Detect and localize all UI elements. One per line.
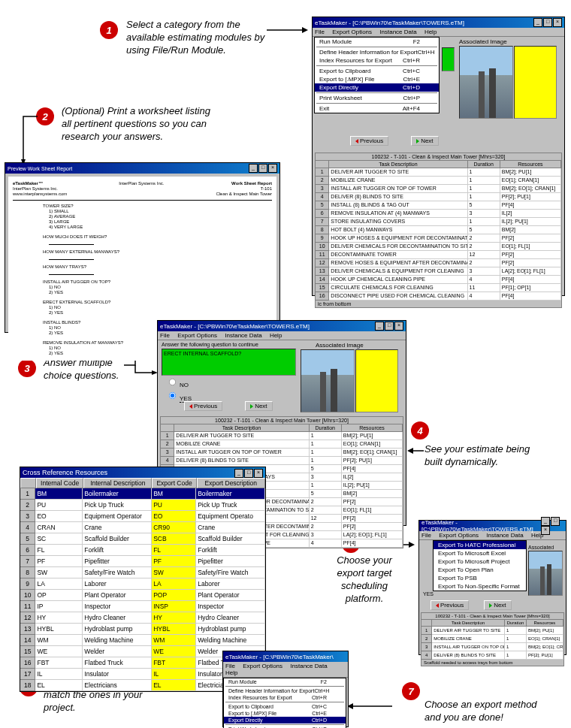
table-row[interactable]: 2MOBILIZE CRANE1EO[1]; CRAN[1] <box>316 177 561 185</box>
table-row[interactable]: 4CRANCraneCR90Crane <box>20 522 265 533</box>
option-no[interactable]: NO <box>164 382 189 388</box>
menu-export[interactable]: Export Options <box>243 663 282 669</box>
table-row[interactable]: 6REMOVE INSULATION AT (4) MANWAYS3IL[2] <box>316 210 561 218</box>
max-icon[interactable]: □ <box>258 164 267 173</box>
menu-export-mpx[interactable]: Export to [.MPX] FileCtrl+E <box>224 710 346 717</box>
menu-instance[interactable]: Instance Data <box>486 532 523 539</box>
table-row[interactable]: 13DELIVER CHEMICALS & EQUIPMENT FOR CLEA… <box>316 267 561 276</box>
menu-export-mpx[interactable]: Export to [.MPX] FileCtrl+E <box>315 75 439 83</box>
table-row[interactable]: 1DELIVER AIR TUGGER TO SITE1BM[2]; PU[1] <box>421 627 563 635</box>
menu-export-directly[interactable]: Export DirectlyCtrl+D <box>224 717 346 723</box>
menu-run-module[interactable]: Run ModuleF2 <box>315 38 439 46</box>
menu-index-resources[interactable]: Index Resources for ExportCtrl+R <box>315 56 439 65</box>
menu-export-directly[interactable]: Export DirectlyCtrl+D <box>315 83 439 92</box>
table-row[interactable]: 1DELIVER AIR TUGGER TO SITE1BM[2]; PU[1] <box>161 432 403 440</box>
close-icon[interactable]: × <box>268 164 277 173</box>
table-row[interactable]: 4DELIVER (8) BLINDS TO SITE1PF[2]; PU[1] <box>421 651 563 660</box>
menu-export[interactable]: Export Options <box>332 29 372 35</box>
max-icon[interactable]: □ <box>385 322 394 331</box>
table-row[interactable]: 16DISCONNECT PIPE USED FOR CHEMICAL CLEA… <box>316 292 561 301</box>
max-icon[interactable]: □ <box>543 18 552 27</box>
menu-instance[interactable]: Instance Data <box>379 29 416 35</box>
menu-instance[interactable]: Instance Data <box>225 332 261 339</box>
table-row[interactable]: 8HOT BOLT (4) MANWAYS5BM[2] <box>316 226 561 234</box>
menu-export[interactable]: Export Options <box>177 332 217 339</box>
close-icon[interactable]: × <box>553 18 562 27</box>
menu-export-clipboard[interactable]: Export to ClipboardCtrl+C <box>224 703 346 710</box>
menu-index-resources[interactable]: Index Resources for ExportCtrl+R <box>224 694 346 701</box>
previous-button[interactable]: Previous <box>184 401 222 411</box>
menu-help[interactable]: Help <box>531 532 543 539</box>
table-row[interactable]: 11IPInspectorINSPInspector <box>20 601 265 612</box>
menu-help[interactable]: Help <box>424 29 437 35</box>
export-psb[interactable]: Export To PSB <box>434 574 526 582</box>
menu-help[interactable]: Help <box>225 669 237 676</box>
table-row[interactable]: 3INSTALL AIR TUGGER ON TOP OF TOWER1BM[2… <box>316 185 561 193</box>
min-icon[interactable]: _ <box>234 469 243 478</box>
next-button[interactable]: Next <box>484 600 511 610</box>
table-row[interactable]: 7STORE INSULATING COVERS1IL[2]; PU[1] <box>316 218 561 226</box>
table-row[interactable]: 3INSTALL AIR TUGGER ON TOP OF TOWER1BM[2… <box>161 449 403 457</box>
table-row[interactable]: 15CIRCULATE CHEMICALS FOR CLEANING11PF[1… <box>316 284 561 292</box>
menu-help[interactable]: Help <box>270 332 282 339</box>
task-grid[interactable]: 100232 - T-101 - Clean & Inspect Main To… <box>421 612 564 666</box>
menu-file[interactable]: File <box>160 332 170 339</box>
table-row[interactable]: 9LALaborerLALaborer <box>20 578 265 590</box>
radio-no[interactable] <box>169 379 176 385</box>
radio-yes[interactable] <box>169 392 176 399</box>
next-button[interactable]: Next <box>411 136 438 146</box>
table-row[interactable]: 4DELIVER (8) BLINDS TO SITE1PF[2]; PU[1] <box>316 193 561 201</box>
next-button[interactable]: Next <box>245 401 272 411</box>
table-row[interactable]: 11DECONTAMINATE TOWER12PF[2] <box>316 251 561 259</box>
table-row[interactable]: 12HYHydro CleanerHYHydro Cleaner <box>20 612 265 624</box>
export-hatc[interactable]: Export To HATC Professional <box>434 541 526 549</box>
table-row[interactable]: 9HOOK UP HOSES & EQUIPMENT FOR DECONTAMI… <box>316 234 561 243</box>
previous-button[interactable]: Previous <box>431 600 469 610</box>
table-row[interactable]: 4DELIVER (8) BLINDS TO SITE1PF[2]; PU[1] <box>161 457 403 465</box>
menu-exit[interactable]: ExitAlt+F4 <box>315 104 439 113</box>
export-openplan[interactable]: Export To Open Plan <box>434 566 526 574</box>
table-row[interactable]: 2MOBILIZE CRANE1EO[1]; CRAN[1] <box>421 635 563 643</box>
table-row[interactable]: 5INSTALL (8) BLINDS & TAG OUT5PF[4] <box>316 201 561 210</box>
previous-button[interactable]: Previous <box>350 136 388 146</box>
min-icon[interactable]: _ <box>533 18 542 27</box>
menu-export[interactable]: Export Options <box>439 532 479 539</box>
menu-instance[interactable]: Instance Data <box>290 663 327 669</box>
table-row[interactable]: 14WMWelding MachineWMWelding Machine <box>20 635 265 646</box>
close-icon[interactable]: × <box>394 322 403 331</box>
menu-file[interactable]: File <box>225 663 235 669</box>
max-icon[interactable]: □ <box>244 469 253 478</box>
menu-file[interactable]: File <box>421 532 431 539</box>
table-row[interactable]: 12REMOVE HOSES & EQUIPMENT AFTER DECONTA… <box>316 259 561 267</box>
close-icon[interactable]: × <box>254 469 263 478</box>
menu-file[interactable]: File <box>315 29 325 35</box>
table-row[interactable]: 6FLForkliftFLForklift <box>20 545 265 556</box>
schematic-image <box>514 46 557 119</box>
table-row[interactable]: 13HYBLHydroblast pumpHYBLHydroblast pump <box>20 624 265 635</box>
table-row[interactable]: 10DELIVER CHEMICALS FOR DECONTAMINATION … <box>316 243 561 251</box>
etaskmaker-window-1: eTaskMaker - [C:\PBWin70\eTaskMaker\TOWE… <box>312 17 565 296</box>
table-row[interactable]: 10OPPlant OperatorPOPPlant Operator <box>20 590 265 601</box>
table-row[interactable]: 2MOBILIZE CRANE1EO[1]; CRAN[1] <box>161 440 403 449</box>
table-row[interactable]: 7PFPipefitterPFPipefitter <box>20 556 265 567</box>
min-icon[interactable]: _ <box>249 164 258 173</box>
arrow-right-icon <box>416 139 419 143</box>
menu-print-worksheet[interactable]: Print WorksheetCtrl+P <box>315 94 439 102</box>
table-row[interactable]: 1BMBoilermakerBMBoilermaker <box>20 488 265 500</box>
table-row[interactable]: 3EOEquipment OperatorEOEquipment Operato <box>20 511 265 522</box>
menu-define-header[interactable]: Define Header Information for ExportCtrl… <box>315 48 439 56</box>
menu-run-module[interactable]: Run ModuleF2 <box>224 678 346 685</box>
min-icon[interactable]: _ <box>375 322 384 331</box>
table-row[interactable]: 3INSTALL AIR TUGGER ON TOP OF TOWER1BM[2… <box>421 643 563 651</box>
export-excel[interactable]: Export To Microsoft Excel <box>434 549 526 557</box>
table-row[interactable]: 8SWSafety/Fire WatchSWSafety/Fire Watch <box>20 567 265 578</box>
task-grid[interactable]: 100232 - T-101 - Clean & Inspect Main To… <box>315 153 562 308</box>
table-row[interactable]: 2PUPick Up TruckPUPick Up Truck <box>20 500 265 511</box>
menu-define-header[interactable]: Define Header Information for ExportCtrl… <box>224 687 346 694</box>
table-row[interactable]: 5SCScaffold BuilderSCBScaffold Builder <box>20 533 265 545</box>
table-row[interactable]: 14HOOK UP CHEMICAL CLEANING PIPE4PF[4] <box>316 276 561 284</box>
table-row[interactable]: 1DELIVER AIR TUGGER TO SITE1BM[2]; PU[1] <box>316 168 561 177</box>
menu-export-clipboard[interactable]: Export to ClipboardCtrl+C <box>315 67 439 75</box>
export-project[interactable]: Export To Microsoft Project <box>434 557 526 566</box>
export-nonspecific[interactable]: Export To Non-Specific Format <box>434 582 526 591</box>
